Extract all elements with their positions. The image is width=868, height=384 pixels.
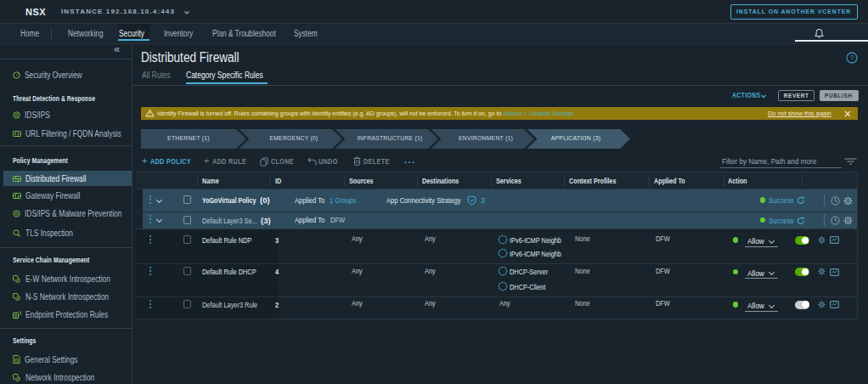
svg-text:?: ? <box>850 54 854 62</box>
